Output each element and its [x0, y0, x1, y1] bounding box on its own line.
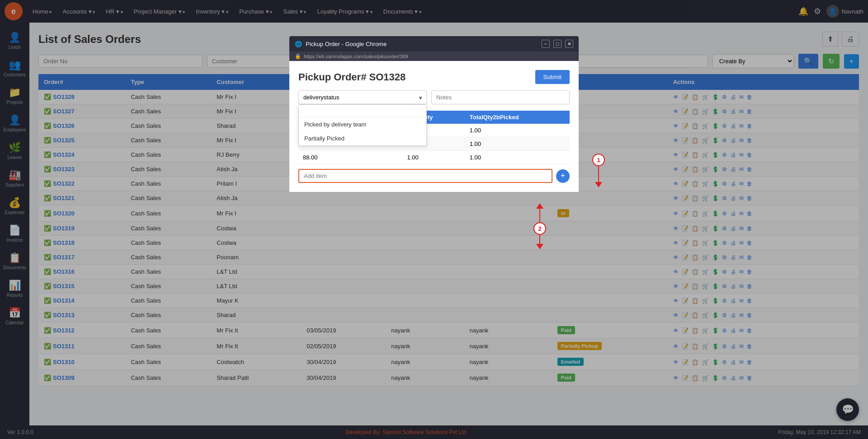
lock-icon: 🔒 — [295, 53, 301, 59]
modal-order-qty: 1.00 — [402, 151, 465, 164]
submit-button[interactable]: Submit — [535, 70, 570, 84]
modal-overlay: 🌐 Pickup Order - Google Chrome − □ ✕ 🔒 h… — [0, 0, 868, 439]
delivery-dropdown-list: Picked by delivery team Partially Picked — [298, 104, 427, 146]
modal-browser-icon: 🌐 — [295, 41, 302, 47]
window-controls: − □ ✕ — [542, 40, 573, 48]
add-item-button[interactable]: + — [556, 169, 570, 183]
delivery-status-select[interactable]: deliverystatus — [298, 90, 427, 104]
add-item-row: + — [298, 169, 570, 183]
maximize-button[interactable]: □ — [553, 40, 561, 48]
modal-window: 🌐 Pickup Order - Google Chrome − □ ✕ 🔒 h… — [289, 36, 579, 192]
modal-table-row: 88.00 1.00 1.00 — [298, 151, 570, 164]
modal-body: Pickup Order# SO1328 Submit deliverystat… — [289, 61, 579, 192]
modal-titlebar: 🌐 Pickup Order - Google Chrome − □ ✕ — [289, 36, 579, 51]
dropdown-search-input[interactable] — [299, 105, 426, 117]
dropdown-item-partial[interactable]: Partially Picked — [299, 131, 426, 145]
close-button[interactable]: ✕ — [565, 40, 573, 48]
dropdown-item-picked[interactable]: Picked by delivery team — [299, 117, 426, 131]
modal-to-pick: 1.00 — [465, 137, 570, 151]
modal-col-to-pick: TotalQty2bPicked — [465, 111, 570, 124]
modal-url: https://eb.sanmolapps.com/sales/pikuorde… — [304, 54, 408, 59]
modal-title: Pickup Order - Google Chrome — [306, 41, 387, 47]
add-item-input[interactable] — [298, 169, 552, 183]
modal-url-bar: 🔒 https://eb.sanmolapps.com/sales/pikuor… — [289, 51, 579, 61]
minimize-button[interactable]: − — [542, 40, 550, 48]
delivery-select-wrap: deliverystatus Picked by delivery team P… — [298, 90, 427, 104]
modal-order-title: Pickup Order# SO1328 — [298, 71, 406, 83]
modal-to-pick: 1.00 — [465, 151, 570, 164]
modal-to-pick: 1.00 — [465, 124, 570, 137]
delivery-row: deliverystatus Picked by delivery team P… — [298, 90, 570, 104]
modal-header-row: Pickup Order# SO1328 Submit — [298, 70, 570, 84]
modal-title-area: 🌐 Pickup Order - Google Chrome — [295, 41, 387, 47]
notes-input[interactable] — [431, 90, 570, 104]
modal-total-qty: 88.00 — [298, 151, 402, 164]
